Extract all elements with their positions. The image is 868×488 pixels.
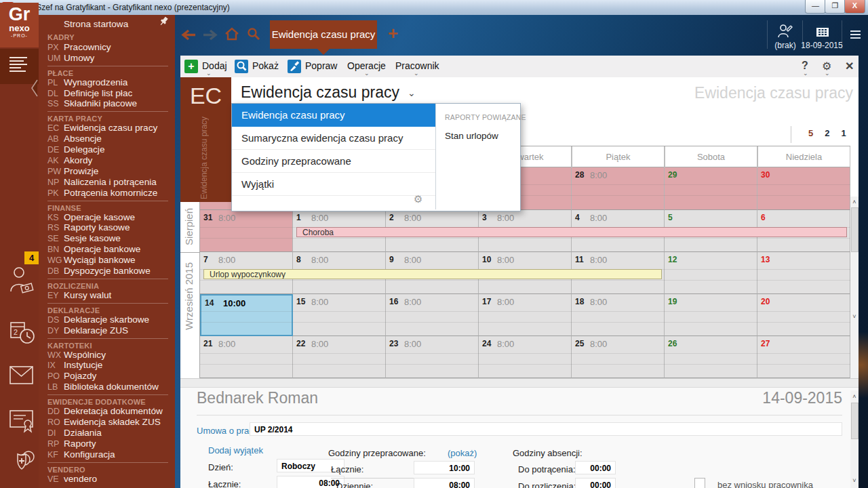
sidebar-item-db[interactable]: DBDyspozycje bankowe <box>47 266 168 277</box>
calendar-day-cell[interactable]: 188:00 <box>572 294 665 336</box>
search-icon[interactable] <box>246 26 261 41</box>
sidebar-item-pk[interactable]: PKPotrącenia komornicze <box>47 188 168 199</box>
splitter[interactable] <box>180 378 859 388</box>
sidebar-item-ss[interactable]: SSSkładniki płacowe <box>47 98 168 109</box>
sidebar-item-wg[interactable]: WGWyciągi bankowe <box>47 255 168 266</box>
show-button[interactable]: Pokaż <box>252 60 279 71</box>
restore-button[interactable]: ❐ <box>825 0 846 14</box>
calendar-day-cell[interactable]: 19 <box>665 294 757 336</box>
sidebar-item-ab[interactable]: ABAbsencje <box>47 134 168 144</box>
add-icon[interactable]: + <box>184 60 198 73</box>
sidebar-item-dd[interactable]: DDDekretacja dokumentów <box>47 406 168 417</box>
back-icon[interactable] <box>180 29 197 41</box>
sidebar-item-wx[interactable]: WXWspólnicy <box>47 350 168 361</box>
show-worked-link[interactable]: (pokaż) <box>448 448 477 458</box>
sidebar-item-ds[interactable]: DSDeklaracje skarbowe <box>47 314 168 325</box>
sidebar-item-lb[interactable]: LBBiblioteka dokumentów <box>47 382 168 392</box>
daily-field[interactable]: 08:00 <box>414 478 475 488</box>
settings-chevron-icon[interactable]: ⌄ <box>825 70 830 77</box>
sidebar-item-di[interactable]: DIDziałania <box>47 428 168 439</box>
absence-band-sick[interactable]: Choroba <box>296 227 847 237</box>
edit-button[interactable]: Popraw <box>305 60 337 71</box>
show-icon[interactable] <box>235 60 248 73</box>
nav-menu-icon[interactable] <box>850 28 861 41</box>
minimize-button[interactable]: — <box>805 0 826 14</box>
calendar-day-cell[interactable]: 30 <box>757 167 850 210</box>
scroll-up-icon[interactable]: ˄ <box>850 393 859 400</box>
sidebar-item-ve[interactable]: VEvendero <box>47 474 168 485</box>
calendar-day-cell[interactable]: 13 <box>757 252 850 294</box>
certificate-icon[interactable] <box>9 408 35 434</box>
help-chevron-icon[interactable]: ⌄ <box>803 70 808 77</box>
calendar-day-cell[interactable]: 318:00 <box>200 210 293 252</box>
sidebar-item-pl[interactable]: PLWynagrodzenia <box>47 77 168 88</box>
sidebar-item-kf[interactable]: KFKonfiguracja <box>47 449 168 460</box>
user-button-label[interactable]: (brak) <box>768 41 802 50</box>
calendar-day-cell[interactable]: 178:00 <box>479 294 572 336</box>
close-view-icon[interactable]: ✕ <box>845 60 854 73</box>
view-switcher-option[interactable]: Ewidencja czasu pracy <box>232 104 435 127</box>
scroll-down-icon[interactable]: ˅ <box>850 313 859 320</box>
sidebar-item-px[interactable]: PXPracownicy <box>47 42 168 53</box>
sidebar-item-ro[interactable]: ROEwidencja składek ZUS <box>47 417 168 428</box>
calendar-day-cell[interactable]: 238:00 <box>386 336 479 378</box>
view-title-chevron-icon[interactable]: ⌄ <box>408 87 416 98</box>
tab-ewidencja-czasu-pracy[interactable]: Ewidencja czasu pracy <box>270 20 377 49</box>
calendar-day-cell[interactable]: 29 <box>665 167 757 210</box>
sidebar-item-ec[interactable]: ECEwidencja czasu pracy <box>47 123 168 134</box>
sidebar-item-rp[interactable]: RPRaporty <box>47 439 168 449</box>
sidebar-item-rs[interactable]: RSRaporty kasowe <box>47 222 168 233</box>
sidebar-item-um[interactable]: UMUmowy <box>47 53 168 64</box>
sidebar-item-ks[interactable]: KSOperacje kasowe <box>47 212 168 223</box>
calendar-day-cell[interactable]: 168:00 <box>386 294 479 336</box>
sidebar-item-se[interactable]: SESesje kasowe <box>47 233 168 244</box>
calendar-day-cell[interactable]: 1410:00 <box>200 294 293 336</box>
view-switcher-option[interactable]: Wyjątki <box>232 173 435 196</box>
scrollbar-thumb[interactable] <box>851 207 859 252</box>
sidebar-item-np[interactable]: NPNaliczenia i potrącenia <box>47 177 168 188</box>
deduct-field[interactable]: 00:00 <box>575 461 616 474</box>
calendar-clock-icon[interactable]: 2 <box>9 319 35 348</box>
scrollbar-thumb[interactable] <box>851 403 859 439</box>
user-icon[interactable] <box>777 23 793 39</box>
sidebar-item-home[interactable]: Strona startowa <box>47 19 168 30</box>
calendar-day-cell[interactable]: 288:00 <box>572 167 665 210</box>
sidebar-item-dy[interactable]: DYDeklaracje ZUS <box>47 325 168 336</box>
calendar-day-cell[interactable]: 158:00 <box>293 294 386 336</box>
sidebar-item-bn[interactable]: BNOperacje bankowe <box>47 244 168 255</box>
calendar-scrollbar[interactable]: ˄ ˅ <box>850 197 859 378</box>
sidebar-item-ix[interactable]: IXInstytucje <box>47 360 168 371</box>
mail-icon[interactable] <box>9 366 34 385</box>
absence-band-vacation[interactable]: Urlop wypoczynkowy <box>203 269 662 279</box>
contract-field[interactable]: UP 2/2014 <box>250 422 842 436</box>
sidebar-item-po[interactable]: POPojazdy <box>47 371 168 382</box>
work-date-button-label[interactable]: 18-09-2015 <box>800 41 844 50</box>
view-title[interactable]: Ewidencja czasu pracy <box>241 83 399 102</box>
calendar-day-cell[interactable]: 20 <box>757 294 850 336</box>
calendar-day-cell[interactable]: 26 <box>665 336 757 378</box>
home-icon[interactable] <box>224 26 239 41</box>
sidebar-item-pw[interactable]: PWProwizje <box>47 166 168 177</box>
close-window-button[interactable]: X <box>844 0 865 14</box>
no-request-checkbox[interactable] <box>694 478 705 488</box>
view-switcher-option[interactable]: Godziny przepracowane <box>232 150 435 173</box>
popup-gear-icon[interactable]: ⚙ <box>414 193 422 205</box>
calendar-day-cell[interactable]: 258:00 <box>572 336 665 378</box>
calendar-icon[interactable] <box>816 24 829 37</box>
sidebar-item-ak[interactable]: AKAkordy <box>47 155 168 166</box>
detail-scrollbar[interactable]: ˄ ˅ <box>850 390 859 488</box>
sidebar-item-ey[interactable]: EYKursy walut <box>47 290 168 301</box>
employee-chevron-icon[interactable]: ⌄ <box>414 70 419 77</box>
settle-field[interactable]: 00:00 <box>575 478 616 488</box>
scroll-down-icon[interactable]: ˅ <box>850 477 859 484</box>
pin-icon[interactable] <box>158 16 169 27</box>
new-tab-icon[interactable]: + <box>388 24 398 42</box>
payroll-employees-icon[interactable] <box>9 264 34 300</box>
add-chevron-icon[interactable]: ⌄ <box>206 70 212 77</box>
scroll-up-icon[interactable]: ˄ <box>850 199 859 205</box>
sidebar-item-de[interactable]: DEDelegacje <box>47 144 168 155</box>
calendar-day-cell[interactable]: 12 <box>665 252 757 294</box>
forward-icon[interactable] <box>202 29 218 41</box>
worked-total-field[interactable]: 10:00 <box>414 461 475 474</box>
add-exception-link[interactable]: Dodaj wyjątek <box>208 445 263 455</box>
